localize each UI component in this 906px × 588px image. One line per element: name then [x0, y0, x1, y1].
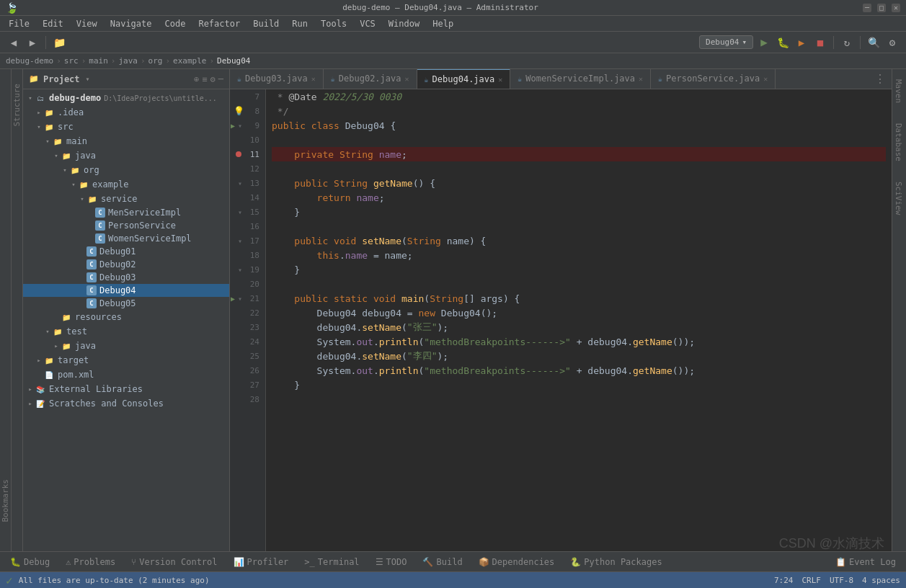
collapse-icon[interactable]: ≡: [202, 74, 207, 84]
tree-item-target[interactable]: 📁 target: [23, 353, 229, 368]
tree-item-menservice[interactable]: C MenServiceImpl: [23, 206, 229, 219]
run-button[interactable]: ▶: [756, 35, 772, 50]
coverage-button[interactable]: ▶: [794, 35, 809, 50]
run-arrow-9[interactable]: ▶: [231, 122, 235, 130]
tree-item-test[interactable]: 📁 test: [23, 324, 229, 339]
tree-item-scratches[interactable]: 📝 Scratches and Consoles: [23, 396, 229, 411]
search-button[interactable]: 🔍: [866, 35, 881, 50]
bottom-tab-vcs[interactable]: ⑂ Version Control: [124, 554, 224, 570]
bookmarks-label[interactable]: Bookmarks: [1, 479, 10, 522]
tab-close-womenservice[interactable]: ✕: [639, 75, 643, 83]
breadcrumb-org[interactable]: org: [148, 56, 163, 66]
fold-arrow-13[interactable]: ▾: [238, 179, 242, 187]
close-button[interactable]: ✕: [892, 4, 900, 12]
stop-button[interactable]: ■: [812, 35, 828, 50]
tab-close-debug02[interactable]: ✕: [405, 75, 409, 83]
tab-debug02[interactable]: ☕ Debug02.java ✕: [324, 69, 417, 89]
update-button[interactable]: ↻: [839, 35, 855, 50]
tree-item-main[interactable]: 📁 main: [23, 134, 229, 148]
tree-item-example[interactable]: 📁 example: [23, 177, 229, 192]
tree-item-debug02[interactable]: C Debug02: [23, 258, 229, 271]
bottom-tab-problems[interactable]: ⚠ Problems: [58, 554, 123, 570]
menu-navigate[interactable]: Navigate: [105, 17, 158, 30]
bottom-tab-dependencies[interactable]: 📦 Dependencies: [471, 554, 562, 570]
minimize-button[interactable]: ─: [863, 4, 871, 12]
forward-button[interactable]: ▶: [25, 35, 40, 50]
bottom-tab-profiler[interactable]: 📊 Profiler: [226, 554, 296, 570]
status-encoding[interactable]: UTF-8: [830, 576, 853, 585]
tab-close-personservice[interactable]: ✕: [763, 75, 768, 83]
tree-item-resources[interactable]: 📁 resources: [23, 310, 229, 324]
menu-build[interactable]: Build: [247, 17, 285, 30]
breadcrumb-example[interactable]: example: [173, 56, 206, 66]
bottom-tab-terminal[interactable]: >_ Terminal: [297, 554, 366, 570]
fold-arrow-17[interactable]: ▾: [238, 237, 242, 245]
breadcrumb-project[interactable]: debug-demo: [6, 56, 53, 66]
tab-womenservice[interactable]: ☕ WomenServiceImpl.java ✕: [510, 69, 651, 89]
menu-tools[interactable]: Tools: [315, 17, 352, 30]
bottom-tab-debug[interactable]: 🐛 Debug: [3, 554, 57, 570]
tree-item-personservice[interactable]: C PersonService: [23, 219, 229, 232]
menu-file[interactable]: File: [3, 17, 35, 30]
tree-item-org[interactable]: 📁 org: [23, 163, 229, 177]
fold-arrow-19[interactable]: ▾: [238, 266, 242, 274]
breadcrumb-main[interactable]: main: [89, 56, 108, 66]
breakpoint-11[interactable]: [235, 151, 242, 158]
breadcrumb-java[interactable]: java: [118, 56, 138, 66]
status-position[interactable]: 7:24: [774, 576, 794, 585]
bottom-tab-eventlog[interactable]: 📋 Event Log: [828, 554, 903, 570]
tab-close-debug04[interactable]: ✕: [498, 76, 502, 84]
menu-code[interactable]: Code: [159, 17, 192, 30]
bottom-tab-build[interactable]: 🔨 Build: [415, 554, 469, 570]
menu-run[interactable]: Run: [286, 17, 314, 30]
tree-item-project[interactable]: 🗂 debug-demo D:\IdeaProjects\untitle...: [23, 91, 229, 105]
fold-arrow-15[interactable]: ▾: [238, 208, 242, 216]
tree-item-womenservice[interactable]: C WomenServiceImpl: [23, 232, 229, 245]
tabs-overflow-button[interactable]: ⋮: [869, 72, 892, 86]
bottom-tab-todo[interactable]: ☰ TODO: [368, 554, 414, 570]
tree-item-idea[interactable]: 📁 .idea: [23, 105, 229, 120]
status-line-ending[interactable]: CRLF: [801, 576, 821, 585]
run-config-dropdown[interactable]: Debug04 ▾: [699, 35, 753, 49]
status-indent[interactable]: 4 spaces: [862, 576, 900, 585]
tree-item-service[interactable]: 📁 service: [23, 192, 229, 206]
tree-item-external[interactable]: 📚 External Libraries: [23, 382, 229, 396]
database-label[interactable]: Database: [892, 120, 906, 164]
tree-item-java[interactable]: 📁 java: [23, 148, 229, 163]
recent-files-button[interactable]: 📁: [51, 35, 67, 50]
maven-label[interactable]: Maven: [892, 76, 906, 106]
breadcrumb-file[interactable]: Debug04: [217, 56, 250, 66]
fold-arrow-9[interactable]: ▾: [238, 122, 242, 130]
fold-arrow-21[interactable]: ▾: [238, 295, 242, 303]
tab-debug03[interactable]: ☕ Debug03.java ✕: [230, 69, 324, 89]
menu-vcs[interactable]: VCS: [354, 17, 381, 30]
bottom-tab-python[interactable]: 🐍 Python Packages: [563, 554, 669, 570]
tree-item-src[interactable]: 📁 src: [23, 120, 229, 134]
panel-close-icon[interactable]: ─: [218, 74, 223, 84]
bookmarks-panel[interactable]: Bookmarks: [0, 69, 12, 551]
tree-item-debug03[interactable]: C Debug03: [23, 271, 229, 284]
tab-personservice[interactable]: ☕ PersonService.java ✕: [651, 69, 776, 89]
options-icon[interactable]: ⚙: [210, 74, 216, 84]
menu-view[interactable]: View: [71, 17, 103, 30]
structure-panel[interactable]: Structure: [12, 69, 23, 551]
settings-button[interactable]: ⚙: [884, 35, 900, 50]
tab-close-debug03[interactable]: ✕: [311, 75, 316, 83]
sciview-label[interactable]: SciView: [892, 179, 906, 218]
locate-icon[interactable]: ⊕: [194, 74, 199, 84]
maximize-button[interactable]: □: [877, 4, 886, 12]
run-arrow-21[interactable]: ▶: [231, 295, 235, 303]
tab-debug04[interactable]: ☕ Debug04.java ✕: [417, 69, 511, 89]
debug-button[interactable]: 🐛: [775, 35, 791, 50]
menu-refactor[interactable]: Refactor: [192, 17, 246, 30]
menu-help[interactable]: Help: [427, 17, 459, 30]
structure-label[interactable]: Structure: [12, 84, 22, 127]
back-button[interactable]: ◀: [6, 35, 22, 50]
tree-item-test-java[interactable]: 📁 java: [23, 339, 229, 353]
tree-item-debug05[interactable]: C Debug05: [23, 297, 229, 310]
tree-item-pom[interactable]: 📄 pom.xml: [23, 368, 229, 382]
bulb-icon[interactable]: 💡: [234, 106, 244, 116]
menu-window[interactable]: Window: [383, 17, 425, 30]
breadcrumb-src[interactable]: src: [64, 56, 79, 66]
tree-item-debug04[interactable]: C Debug04: [23, 284, 229, 297]
